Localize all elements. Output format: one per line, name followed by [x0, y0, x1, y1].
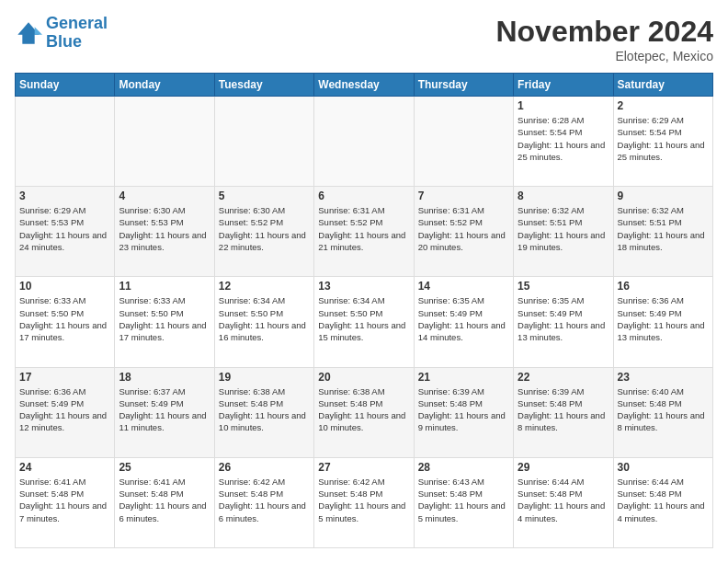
calendar-cell: 18Sunrise: 6:37 AM Sunset: 5:49 PM Dayli…	[115, 367, 214, 457]
title-block: November 2024 Elotepec, Mexico	[495, 15, 713, 63]
column-header-monday: Monday	[115, 74, 214, 97]
day-info: Sunrise: 6:36 AM Sunset: 5:49 PM Dayligh…	[618, 294, 709, 343]
day-number: 24	[19, 461, 110, 474]
day-info: Sunrise: 6:34 AM Sunset: 5:50 PM Dayligh…	[219, 294, 310, 343]
calendar-cell	[314, 97, 414, 187]
day-info: Sunrise: 6:30 AM Sunset: 5:52 PM Dayligh…	[219, 204, 310, 253]
day-number: 23	[618, 371, 709, 384]
day-number: 9	[618, 190, 709, 202]
calendar-week-row: 24Sunrise: 6:41 AM Sunset: 5:48 PM Dayli…	[16, 457, 713, 547]
day-number: 11	[119, 280, 210, 293]
calendar-cell: 27Sunrise: 6:42 AM Sunset: 5:48 PM Dayli…	[314, 457, 414, 547]
day-number: 21	[418, 371, 509, 384]
day-info: Sunrise: 6:41 AM Sunset: 5:48 PM Dayligh…	[19, 476, 110, 524]
calendar-cell: 15Sunrise: 6:35 AM Sunset: 5:49 PM Dayli…	[514, 277, 613, 367]
calendar-cell: 7Sunrise: 6:31 AM Sunset: 5:52 PM Daylig…	[414, 187, 513, 277]
day-number: 10	[19, 280, 110, 293]
calendar-cell	[214, 97, 313, 187]
column-header-friday: Friday	[514, 74, 613, 97]
day-number: 17	[19, 371, 110, 384]
calendar-cell: 29Sunrise: 6:44 AM Sunset: 5:48 PM Dayli…	[514, 457, 613, 547]
day-number: 1	[518, 99, 609, 112]
day-number: 30	[618, 461, 709, 474]
calendar-cell: 17Sunrise: 6:36 AM Sunset: 5:49 PM Dayli…	[16, 367, 115, 457]
day-info: Sunrise: 6:42 AM Sunset: 5:48 PM Dayligh…	[219, 476, 310, 524]
column-header-wednesday: Wednesday	[314, 74, 414, 97]
column-header-thursday: Thursday	[414, 74, 513, 97]
calendar-cell: 3Sunrise: 6:29 AM Sunset: 5:53 PM Daylig…	[16, 187, 115, 277]
day-number: 19	[219, 371, 310, 384]
day-info: Sunrise: 6:33 AM Sunset: 5:50 PM Dayligh…	[119, 294, 210, 343]
page: General Blue November 2024 Elotepec, Mex…	[0, 0, 728, 563]
day-info: Sunrise: 6:31 AM Sunset: 5:52 PM Dayligh…	[318, 204, 409, 253]
calendar-cell: 20Sunrise: 6:38 AM Sunset: 5:48 PM Dayli…	[314, 367, 414, 457]
calendar-cell: 30Sunrise: 6:44 AM Sunset: 5:48 PM Dayli…	[613, 457, 712, 547]
day-info: Sunrise: 6:29 AM Sunset: 5:54 PM Dayligh…	[618, 114, 709, 163]
calendar-cell: 16Sunrise: 6:36 AM Sunset: 5:49 PM Dayli…	[613, 277, 712, 367]
day-info: Sunrise: 6:33 AM Sunset: 5:50 PM Dayligh…	[19, 294, 110, 343]
day-number: 12	[219, 280, 310, 293]
day-info: Sunrise: 6:37 AM Sunset: 5:49 PM Dayligh…	[119, 385, 210, 434]
calendar-cell: 1Sunrise: 6:28 AM Sunset: 5:54 PM Daylig…	[514, 97, 613, 187]
calendar-cell: 23Sunrise: 6:40 AM Sunset: 5:48 PM Dayli…	[613, 367, 712, 457]
day-number: 18	[119, 371, 210, 384]
day-number: 22	[518, 371, 609, 384]
calendar-cell: 4Sunrise: 6:30 AM Sunset: 5:53 PM Daylig…	[115, 187, 214, 277]
day-info: Sunrise: 6:35 AM Sunset: 5:49 PM Dayligh…	[418, 294, 509, 343]
calendar-header-row: SundayMondayTuesdayWednesdayThursdayFrid…	[16, 74, 713, 97]
calendar-cell: 26Sunrise: 6:42 AM Sunset: 5:48 PM Dayli…	[214, 457, 313, 547]
day-info: Sunrise: 6:30 AM Sunset: 5:53 PM Dayligh…	[119, 204, 210, 253]
calendar-cell: 24Sunrise: 6:41 AM Sunset: 5:48 PM Dayli…	[16, 457, 115, 547]
day-number: 27	[318, 461, 409, 474]
day-info: Sunrise: 6:35 AM Sunset: 5:49 PM Dayligh…	[518, 294, 609, 343]
day-info: Sunrise: 6:31 AM Sunset: 5:52 PM Dayligh…	[418, 204, 509, 253]
day-number: 26	[219, 461, 310, 474]
calendar-cell: 11Sunrise: 6:33 AM Sunset: 5:50 PM Dayli…	[115, 277, 214, 367]
day-number: 3	[19, 190, 110, 202]
day-number: 13	[318, 280, 409, 293]
day-info: Sunrise: 6:44 AM Sunset: 5:48 PM Dayligh…	[618, 476, 709, 524]
calendar-week-row: 10Sunrise: 6:33 AM Sunset: 5:50 PM Dayli…	[16, 277, 713, 367]
day-info: Sunrise: 6:34 AM Sunset: 5:50 PM Dayligh…	[318, 294, 409, 343]
day-number: 29	[518, 461, 609, 474]
calendar-cell: 10Sunrise: 6:33 AM Sunset: 5:50 PM Dayli…	[16, 277, 115, 367]
day-number: 15	[518, 280, 609, 293]
day-info: Sunrise: 6:28 AM Sunset: 5:54 PM Dayligh…	[518, 114, 609, 163]
logo-icon	[15, 19, 42, 47]
column-header-sunday: Sunday	[16, 74, 115, 97]
calendar-cell: 13Sunrise: 6:34 AM Sunset: 5:50 PM Dayli…	[314, 277, 414, 367]
day-number: 7	[418, 190, 509, 202]
calendar-week-row: 1Sunrise: 6:28 AM Sunset: 5:54 PM Daylig…	[16, 97, 713, 187]
calendar-cell	[16, 97, 115, 187]
day-number: 20	[318, 371, 409, 384]
day-info: Sunrise: 6:38 AM Sunset: 5:48 PM Dayligh…	[318, 385, 409, 434]
header: General Blue November 2024 Elotepec, Mex…	[15, 15, 713, 63]
calendar-cell: 9Sunrise: 6:32 AM Sunset: 5:51 PM Daylig…	[613, 187, 712, 277]
calendar-cell	[414, 97, 513, 187]
calendar-week-row: 3Sunrise: 6:29 AM Sunset: 5:53 PM Daylig…	[16, 187, 713, 277]
calendar-cell: 22Sunrise: 6:39 AM Sunset: 5:48 PM Dayli…	[514, 367, 613, 457]
logo-text: General Blue	[46, 15, 108, 52]
day-info: Sunrise: 6:32 AM Sunset: 5:51 PM Dayligh…	[518, 204, 609, 253]
calendar-cell: 14Sunrise: 6:35 AM Sunset: 5:49 PM Dayli…	[414, 277, 513, 367]
day-number: 2	[618, 99, 709, 112]
calendar-cell: 8Sunrise: 6:32 AM Sunset: 5:51 PM Daylig…	[514, 187, 613, 277]
day-info: Sunrise: 6:29 AM Sunset: 5:53 PM Dayligh…	[19, 204, 110, 253]
calendar-cell: 2Sunrise: 6:29 AM Sunset: 5:54 PM Daylig…	[613, 97, 712, 187]
calendar-cell: 19Sunrise: 6:38 AM Sunset: 5:48 PM Dayli…	[214, 367, 313, 457]
day-info: Sunrise: 6:43 AM Sunset: 5:48 PM Dayligh…	[418, 476, 509, 524]
day-info: Sunrise: 6:36 AM Sunset: 5:49 PM Dayligh…	[19, 385, 110, 434]
location-subtitle: Elotepec, Mexico	[495, 49, 713, 63]
day-number: 14	[418, 280, 509, 293]
day-info: Sunrise: 6:32 AM Sunset: 5:51 PM Dayligh…	[618, 204, 709, 253]
calendar-cell: 6Sunrise: 6:31 AM Sunset: 5:52 PM Daylig…	[314, 187, 414, 277]
calendar-cell	[115, 97, 214, 187]
day-info: Sunrise: 6:44 AM Sunset: 5:48 PM Dayligh…	[518, 476, 609, 524]
day-number: 16	[618, 280, 709, 293]
day-number: 8	[518, 190, 609, 202]
calendar-week-row: 17Sunrise: 6:36 AM Sunset: 5:49 PM Dayli…	[16, 367, 713, 457]
calendar-cell: 25Sunrise: 6:41 AM Sunset: 5:48 PM Dayli…	[115, 457, 214, 547]
column-header-tuesday: Tuesday	[214, 74, 313, 97]
day-info: Sunrise: 6:41 AM Sunset: 5:48 PM Dayligh…	[119, 476, 210, 524]
day-info: Sunrise: 6:39 AM Sunset: 5:48 PM Dayligh…	[418, 385, 509, 434]
